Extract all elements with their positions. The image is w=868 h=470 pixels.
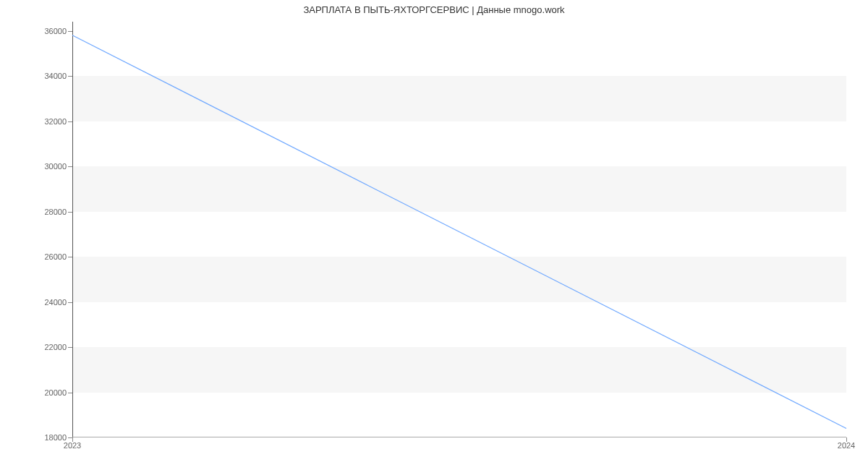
y-tick-label: 28000	[23, 208, 67, 216]
y-tick-label: 22000	[23, 343, 67, 351]
y-tick-label: 24000	[23, 298, 67, 307]
y-tick-mark	[68, 166, 72, 167]
y-tick-mark	[68, 31, 72, 32]
y-tick-label: 34000	[23, 72, 67, 80]
x-tick-mark	[846, 437, 847, 442]
y-tick-mark	[68, 347, 72, 348]
x-tick-label: 2023	[64, 441, 81, 450]
y-tick-label: 20000	[23, 388, 67, 397]
y-tick-label: 30000	[23, 162, 67, 171]
x-tick-mark	[72, 437, 73, 442]
y-tick-mark	[68, 212, 72, 213]
y-tick-label: 26000	[23, 252, 67, 261]
chart-title: ЗАРПЛАТА В ПЫТЬ-ЯХТОРГСЕРВИС | Данные mn…	[0, 0, 868, 22]
line-series	[72, 22, 846, 437]
y-tick-mark	[68, 393, 72, 393]
y-tick-label: 36000	[23, 27, 67, 35]
y-tick-mark	[68, 121, 72, 122]
y-tick-mark	[68, 257, 72, 257]
y-tick-label: 32000	[23, 117, 67, 126]
chart-area: 1800020000220002400026000280003000032000…	[72, 22, 846, 437]
x-tick-label: 2024	[838, 441, 855, 450]
y-tick-mark	[68, 76, 72, 77]
y-tick-mark	[68, 302, 72, 303]
y-tick-label: 18000	[23, 433, 67, 442]
